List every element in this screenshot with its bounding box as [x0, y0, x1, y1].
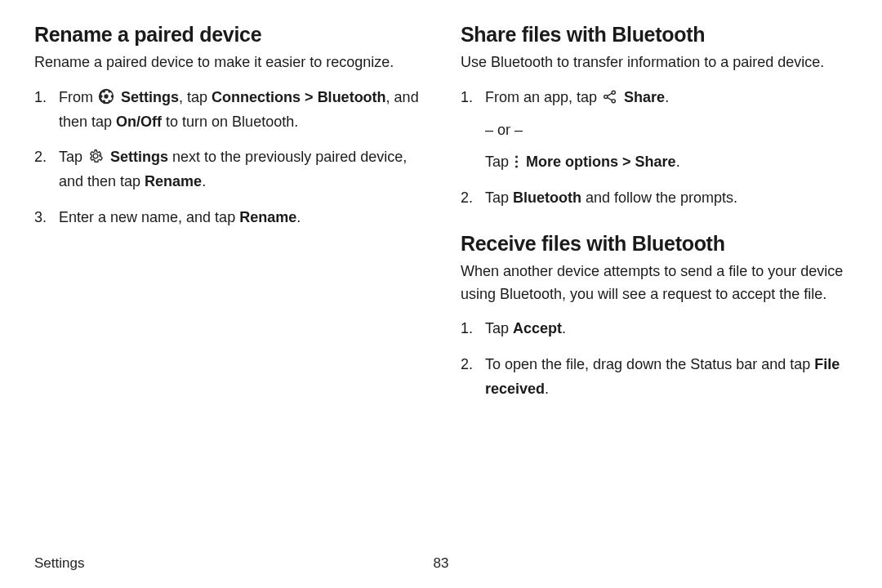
label-settings: Settings: [110, 149, 168, 165]
text: Tap: [485, 154, 513, 170]
settings-gear-outline-icon: [87, 148, 104, 164]
text: .: [296, 209, 301, 225]
heading-share: Share files with Bluetooth: [461, 23, 848, 47]
label-bluetooth: Bluetooth: [513, 189, 581, 206]
intro-share: Use Bluetooth to transfer information to…: [461, 51, 848, 74]
text: , tap: [179, 89, 212, 105]
footer-section: Settings: [34, 555, 84, 572]
settings-gear-filled-icon: [98, 88, 114, 105]
label-share: Share: [624, 89, 665, 105]
step-3: Enter a new name, and tap Rename.: [34, 206, 421, 230]
section-receive: Receive files with Bluetooth When anothe…: [461, 232, 848, 402]
step-1: From Settings, tap Connections > Bluetoo…: [34, 86, 421, 134]
steps-rename: From Settings, tap Connections > Bluetoo…: [34, 86, 421, 229]
label-connections: Connections: [212, 89, 301, 105]
two-column-layout: Rename a paired device Rename a paired d…: [34, 23, 848, 412]
text: .: [202, 173, 206, 189]
text: From: [59, 89, 97, 105]
page-number: 83: [434, 555, 449, 572]
step-1: Tap Accept.: [461, 317, 848, 341]
share-icon: [602, 89, 617, 105]
text: Tap: [485, 320, 513, 336]
svg-point-6: [515, 156, 518, 158]
more-options-icon: [514, 154, 519, 169]
step-2: Tap Settings next to the previously pair…: [34, 145, 421, 194]
label-more-options: More options: [526, 154, 618, 170]
text: .: [545, 381, 549, 397]
text: .: [665, 89, 669, 105]
text: to turn on Bluetooth.: [162, 114, 298, 130]
text: Tap: [59, 149, 87, 165]
text: Tap: [485, 189, 513, 206]
intro-receive: When another device attempts to send a f…: [461, 261, 848, 306]
step-2: Tap Bluetooth and follow the prompts.: [461, 186, 848, 211]
left-column: Rename a paired device Rename a paired d…: [34, 23, 421, 412]
svg-line-5: [608, 97, 612, 100]
page-footer: Settings 83: [34, 555, 848, 572]
label-onoff: On/Off: [116, 114, 162, 130]
text: To open the file, drag down the Status b…: [485, 356, 814, 372]
label-share: Share: [635, 154, 676, 170]
steps-share: From an app, tap Share. – or –: [461, 86, 848, 211]
text: Enter a new name, and tap: [59, 209, 239, 225]
right-column: Share files with Bluetooth Use Bluetooth…: [461, 23, 848, 412]
chevron-icon: >: [622, 154, 631, 170]
chevron-icon: >: [305, 89, 314, 105]
text: .: [676, 154, 680, 170]
label-accept: Accept: [513, 320, 562, 336]
label-bluetooth: Bluetooth: [318, 89, 386, 105]
label-rename: Rename: [145, 173, 202, 189]
text: and follow the prompts.: [581, 189, 737, 206]
text: .: [562, 320, 566, 336]
steps-receive: Tap Accept. To open the file, drag down …: [461, 317, 848, 401]
svg-point-1: [604, 95, 608, 98]
svg-point-7: [515, 161, 518, 163]
heading-receive: Receive files with Bluetooth: [461, 232, 848, 256]
svg-line-4: [608, 93, 612, 96]
alt-line: Tap More options > Share.: [485, 150, 848, 175]
label-rename: Rename: [239, 209, 296, 225]
step-1: From an app, tap Share. – or –: [461, 86, 848, 175]
heading-rename: Rename a paired device: [34, 23, 421, 47]
or-divider: – or –: [485, 118, 848, 143]
label-settings: Settings: [121, 89, 179, 105]
svg-point-8: [515, 166, 518, 168]
step-2: To open the file, drag down the Status b…: [461, 353, 848, 401]
intro-rename: Rename a paired device to make it easier…: [34, 51, 421, 74]
text: From an app, tap: [485, 89, 601, 105]
